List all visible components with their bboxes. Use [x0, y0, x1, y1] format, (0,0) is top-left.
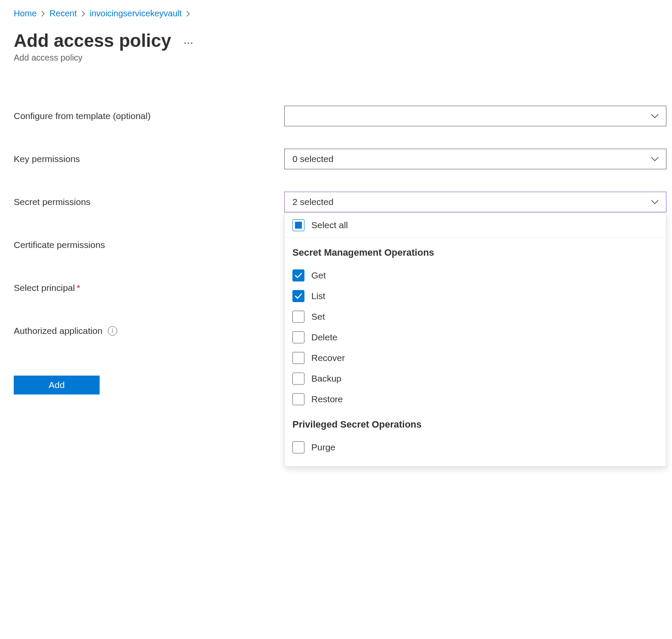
select-principal-label: Select principal*	[14, 283, 80, 293]
more-icon[interactable]: ···	[184, 34, 194, 48]
secret-permissions-dropdown[interactable]: 2 selected	[284, 192, 666, 212]
permission-option-label: Get	[311, 270, 326, 281]
panel-group-heading: Secret Management Operations	[285, 238, 666, 265]
chevron-right-icon	[186, 10, 190, 17]
permission-option[interactable]: List	[285, 286, 666, 306]
permission-option[interactable]: Purge	[285, 437, 666, 458]
key-permissions-value: 0 selected	[292, 154, 334, 164]
required-star-icon: *	[76, 283, 80, 293]
chevron-right-icon	[81, 10, 85, 17]
permission-option-label: Delete	[311, 332, 338, 342]
breadcrumb-recent[interactable]: Recent	[49, 9, 76, 18]
checkbox[interactable]	[292, 311, 304, 323]
permission-option[interactable]: Set	[285, 306, 666, 327]
breadcrumb-home[interactable]: Home	[14, 9, 36, 18]
checkbox[interactable]	[292, 441, 304, 453]
chevron-down-icon	[651, 199, 659, 205]
key-permissions-label: Key permissions	[14, 154, 80, 164]
certificate-permissions-label: Certificate permissions	[14, 240, 105, 250]
permission-option-label: Recover	[311, 353, 345, 363]
select-all-option[interactable]: Select all	[285, 213, 666, 238]
template-label: Configure from template (optional)	[14, 111, 151, 121]
secret-permissions-value: 2 selected	[292, 197, 334, 207]
breadcrumb: Home Recent invoicingservicekeyvault	[14, 9, 658, 18]
checkbox[interactable]	[292, 269, 304, 281]
checkbox[interactable]	[292, 393, 304, 405]
checkbox[interactable]	[292, 352, 304, 364]
chevron-right-icon	[41, 10, 45, 17]
key-permissions-dropdown[interactable]: 0 selected	[284, 149, 666, 169]
permission-option-label: Purge	[311, 442, 335, 452]
info-icon[interactable]: i	[108, 326, 117, 336]
permission-option-label: Restore	[311, 394, 343, 404]
permission-option[interactable]: Delete	[285, 327, 666, 348]
checkbox[interactable]	[292, 219, 304, 231]
permission-option-label: Backup	[311, 373, 341, 384]
checkbox[interactable]	[292, 331, 304, 343]
checkbox[interactable]	[292, 290, 304, 302]
add-button[interactable]: Add	[14, 376, 100, 394]
page-subtitle: Add access policy	[14, 53, 658, 63]
secret-permissions-label: Secret permissions	[14, 197, 91, 207]
permission-option[interactable]: Restore	[285, 389, 666, 410]
chevron-down-icon	[651, 156, 659, 162]
template-dropdown[interactable]	[284, 106, 666, 126]
panel-group-heading: Privileged Secret Operations	[285, 410, 666, 437]
breadcrumb-resource[interactable]: invoicingservicekeyvault	[90, 9, 182, 18]
permission-option[interactable]: Backup	[285, 368, 666, 389]
permission-option[interactable]: Recover	[285, 348, 666, 368]
permission-option[interactable]: Get	[285, 265, 666, 286]
chevron-down-icon	[651, 113, 659, 119]
checkbox[interactable]	[292, 373, 304, 385]
select-all-label: Select all	[311, 220, 348, 230]
authorized-application-label: Authorized application	[14, 326, 103, 336]
permission-option-label: Set	[311, 312, 325, 322]
secret-permissions-panel: Select allSecret Management OperationsGe…	[284, 213, 666, 467]
permission-option-label: List	[311, 291, 325, 301]
page-title: Add access policy	[14, 31, 171, 51]
